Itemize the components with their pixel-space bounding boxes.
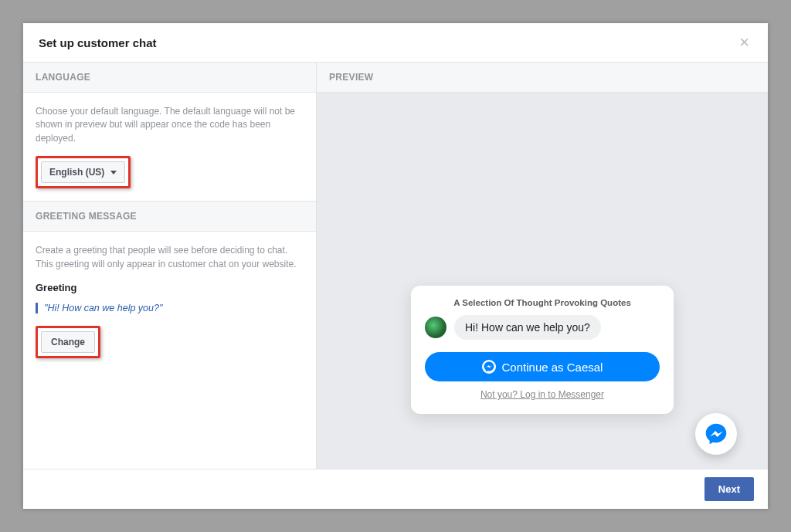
greeting-section-body: Create a greeting that people will see b… [23,232,316,371]
dialog-header: Set up customer chat × [23,23,768,63]
language-section-heading: LANGUAGE [23,63,316,93]
chat-greeting-bubble: Hi! How can we help you? [454,315,601,340]
dialog-body: LANGUAGE Choose your default language. T… [23,63,768,469]
dialog-title: Set up customer chat [39,36,736,49]
avatar [425,317,446,338]
chevron-down-icon [110,171,117,175]
continue-as-button[interactable]: Continue as Caesal [425,352,660,381]
chat-card: A Selection Of Thought Provoking Quotes … [411,286,674,414]
close-icon[interactable]: × [736,34,752,51]
language-dropdown-highlight: English (US) [36,156,131,188]
messenger-icon [704,422,728,446]
setup-customer-chat-dialog: Set up customer chat × LANGUAGE Choose y… [23,23,768,509]
greeting-help-text: Create a greeting that people will see b… [36,244,304,271]
greeting-section-heading: GREETING MESSAGE [23,202,316,232]
greeting-label: Greeting [36,282,304,293]
language-section-body: Choose your default language. The defaul… [23,93,316,201]
preview-heading: PREVIEW [317,63,768,93]
preview-area: A Selection Of Thought Provoking Quotes … [317,93,768,469]
language-dropdown[interactable]: English (US) [41,161,125,183]
chat-page-title: A Selection Of Thought Provoking Quotes [425,298,660,307]
chat-row: Hi! How can we help you? [425,315,660,340]
dialog-footer: Next [23,469,768,509]
messenger-fab[interactable] [695,413,737,455]
next-button[interactable]: Next [704,477,754,501]
not-you-link[interactable]: Not you? Log in to Messenger [425,389,660,400]
settings-column: LANGUAGE Choose your default language. T… [23,63,317,469]
continue-as-label: Continue as Caesal [502,361,603,374]
messenger-icon [482,360,496,374]
language-help-text: Choose your default language. The defaul… [36,105,304,145]
change-button-highlight: Change [36,326,100,358]
greeting-preview-text: "Hi! How can we help you?" [36,303,304,313]
language-dropdown-label: English (US) [49,167,104,178]
preview-column: PREVIEW A Selection Of Thought Provoking… [317,63,768,469]
change-greeting-button[interactable]: Change [41,331,95,353]
